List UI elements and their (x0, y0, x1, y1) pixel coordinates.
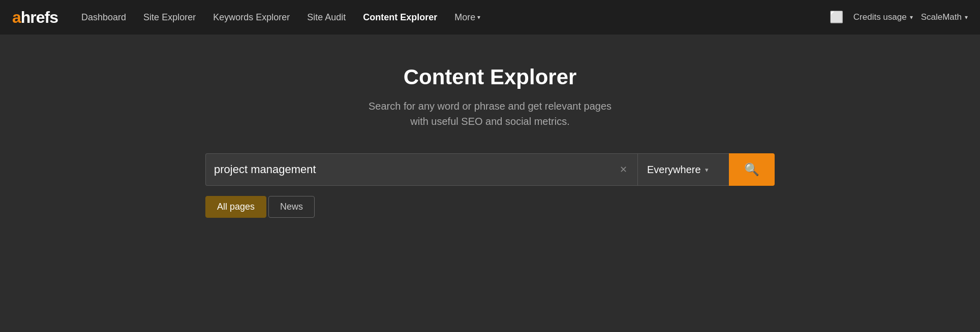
nav-site-audit[interactable]: Site Audit (300, 9, 353, 26)
credits-label: Credits usage (853, 12, 907, 22)
nav-right: ⬜ Credits usage ▾ ScaleMath ▾ (828, 9, 968, 26)
navbar: ahrefs Dashboard Site Explorer Keywords … (0, 0, 980, 35)
search-input[interactable] (214, 163, 614, 176)
logo-a: a (12, 8, 21, 26)
account-chevron-icon: ▾ (965, 14, 968, 21)
credits-chevron-icon: ▾ (910, 14, 913, 21)
account-button[interactable]: ScaleMath ▾ (921, 12, 968, 22)
search-input-wrap: ✕ (205, 153, 637, 186)
search-dropdown[interactable]: Everywhere ▾ (637, 153, 729, 186)
nav-dashboard[interactable]: Dashboard (74, 9, 133, 26)
clear-icon[interactable]: ✕ (618, 162, 629, 177)
dropdown-chevron-icon: ▾ (705, 166, 709, 174)
chevron-down-icon: ▾ (477, 14, 480, 21)
page-subtitle: Search for any word or phrase and get re… (369, 98, 611, 129)
subtitle-line1: Search for any word or phrase and get re… (369, 101, 611, 112)
monitor-icon[interactable]: ⬜ (828, 9, 845, 26)
logo[interactable]: ahrefs (12, 8, 58, 27)
tab-news[interactable]: News (268, 196, 315, 218)
nav-content-explorer[interactable]: Content Explorer (356, 9, 444, 26)
logo-text: ahrefs (12, 8, 58, 27)
tab-all-pages[interactable]: All pages (205, 196, 266, 218)
tabs-row: All pages News (205, 196, 775, 218)
search-button[interactable]: 🔍 (729, 153, 775, 186)
account-label: ScaleMath (921, 12, 962, 22)
credits-usage-button[interactable]: Credits usage ▾ (853, 12, 913, 22)
dropdown-label: Everywhere (647, 164, 701, 176)
nav-more[interactable]: More ▾ (447, 9, 487, 26)
main-content: Content Explorer Search for any word or … (0, 35, 980, 218)
subtitle-line2: with useful SEO and social metrics. (410, 116, 569, 127)
page-title: Content Explorer (404, 65, 577, 89)
nav-keywords-explorer[interactable]: Keywords Explorer (206, 9, 297, 26)
nav-links: Dashboard Site Explorer Keywords Explore… (74, 9, 828, 26)
nav-site-explorer[interactable]: Site Explorer (136, 9, 203, 26)
search-icon: 🔍 (744, 162, 759, 177)
nav-more-label: More (454, 12, 475, 23)
search-row: ✕ Everywhere ▾ 🔍 (205, 153, 775, 186)
